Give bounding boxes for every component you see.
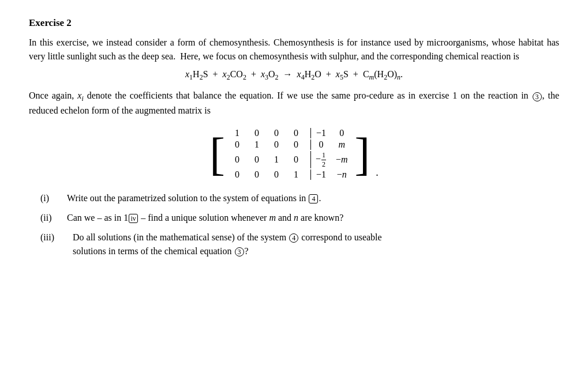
m14: 0: [310, 139, 327, 150]
m24: −12: [310, 151, 327, 168]
item-iii: (iii) Do all solutions (in the mathemati…: [40, 231, 559, 258]
m25: −m: [336, 154, 348, 165]
item-i-label: (i): [40, 191, 62, 205]
m31: 0: [252, 169, 262, 180]
m00: 1: [232, 128, 242, 138]
m32: 0: [271, 169, 282, 180]
ref-4b: 4: [289, 233, 298, 243]
ref-4a: 4: [309, 194, 318, 203]
m20: 0: [232, 154, 242, 165]
m04: −1: [310, 128, 327, 138]
item-i-text: Write out the parametrized solution to t…: [67, 191, 321, 205]
matrix-grid: 1 0 0 0 −1 0 0 1 0 0 0 m 0 0 1 0 −12 −m: [227, 126, 353, 182]
item-ii-label: (ii): [40, 211, 62, 225]
item-i: (i) Write out the parametrized solution …: [40, 191, 559, 205]
m12: 0: [271, 139, 282, 150]
m01: 0: [252, 128, 262, 138]
m10: 0: [232, 139, 242, 150]
ref-3a: 3: [533, 92, 542, 101]
item-iii-text: Do all solutions (in the mathematical se…: [73, 231, 382, 258]
exercise-container: Exercise 2 In this exercise, we instead …: [29, 17, 559, 258]
m23: 0: [291, 154, 301, 165]
m02: 0: [271, 128, 282, 138]
bracket-left: [: [209, 131, 225, 177]
m30: 0: [232, 169, 242, 180]
m22: 1: [271, 154, 282, 165]
item-ii-text: Can we – as in 1iv – find a unique solut…: [67, 211, 343, 225]
exercise-title: Exercise 2: [29, 17, 559, 29]
intro-paragraph: In this exercise, we instead consider a …: [29, 36, 559, 63]
matrix-period: .: [376, 167, 379, 182]
item-iii-label: (iii): [40, 231, 68, 244]
matrix-block: [ 1 0 0 0 −1 0 0 1 0 0 0 m 0 0 1 0: [29, 126, 559, 182]
m33: 1: [291, 169, 301, 180]
m03: 0: [291, 128, 301, 138]
item-list: (i) Write out the parametrized solution …: [40, 191, 559, 258]
ref-1iv: iv: [129, 214, 138, 223]
followup-paragraph: Once again, xi denote the coefficients t…: [29, 89, 559, 118]
item-ii: (ii) Can we – as in 1iv – find a unique …: [40, 211, 559, 225]
m05: 0: [336, 128, 348, 138]
ref-3b: 3: [235, 247, 244, 256]
m34: −1: [310, 169, 327, 180]
chemical-equation: x1H2S + x2CO2 + x3O2 → x4H2O + x5S + Cm(…: [29, 69, 559, 82]
m13: 0: [291, 139, 301, 150]
m21: 0: [252, 154, 262, 165]
m11: 1: [252, 139, 262, 150]
m15: m: [336, 139, 348, 150]
bracket-right: ]: [355, 131, 370, 177]
m35: −n: [336, 169, 348, 180]
